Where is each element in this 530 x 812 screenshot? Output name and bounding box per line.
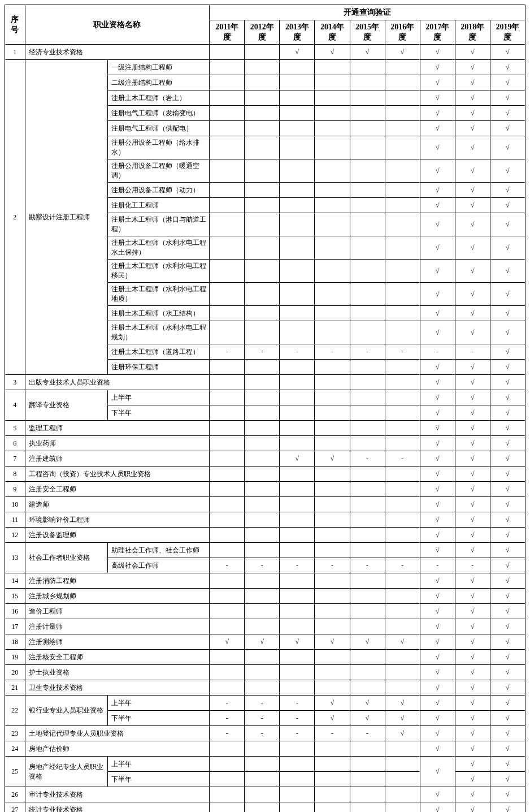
year-cell bbox=[315, 306, 350, 321]
table-row: 25房地产经纪专业人员职业资格上半年√√√ bbox=[5, 757, 525, 772]
year-cell bbox=[245, 75, 280, 90]
year-cell: √ bbox=[490, 60, 525, 75]
year-cell: √ bbox=[245, 634, 280, 650]
year-cell bbox=[280, 543, 315, 558]
year-cell bbox=[315, 497, 350, 512]
year-cell bbox=[315, 60, 350, 75]
year-cell bbox=[280, 283, 315, 306]
year-cell: √ bbox=[490, 360, 525, 375]
year-cell: √ bbox=[490, 711, 525, 726]
table-row: 21卫生专业技术资格√√√ bbox=[5, 680, 525, 696]
year-cell bbox=[315, 75, 350, 90]
year-cell bbox=[280, 321, 315, 344]
year-cell bbox=[315, 467, 350, 482]
year-cell bbox=[280, 121, 315, 136]
year-cell: √ bbox=[420, 405, 455, 421]
qualification-name: 统计专业技术资格 bbox=[25, 802, 210, 813]
year-cell: √ bbox=[420, 573, 455, 589]
year-cell: √ bbox=[420, 45, 455, 60]
qualification-name: 房地产估价师 bbox=[25, 741, 210, 757]
year-cell bbox=[280, 436, 315, 451]
year-cell bbox=[385, 528, 420, 543]
year-cell bbox=[385, 236, 420, 260]
year-cell bbox=[315, 482, 350, 497]
year-cell bbox=[385, 757, 420, 772]
year-cell bbox=[315, 321, 350, 344]
table-row: 26审计专业技术资格√√√ bbox=[5, 787, 525, 802]
year-cell: √ bbox=[420, 497, 455, 512]
year-cell bbox=[210, 106, 245, 121]
year-cell bbox=[210, 757, 245, 772]
qualification-name: 翻译专业资格 bbox=[25, 390, 108, 421]
row-index: 10 bbox=[5, 497, 25, 512]
year-cell bbox=[385, 543, 420, 558]
qualification-subname: 注册公用设备工程师（给水排水） bbox=[108, 136, 210, 159]
year-cell: √ bbox=[420, 390, 455, 405]
qualification-subname: 注册公用设备工程师（动力） bbox=[108, 183, 210, 198]
year-cell: - bbox=[245, 711, 280, 726]
year-cell: - bbox=[420, 558, 455, 573]
year-cell: √ bbox=[490, 558, 525, 573]
year-cell bbox=[315, 741, 350, 757]
year-cell: √ bbox=[490, 283, 525, 306]
year-cell: √ bbox=[315, 711, 350, 726]
year-cell: √ bbox=[455, 741, 490, 757]
year-cell bbox=[350, 543, 385, 558]
year-cell bbox=[210, 121, 245, 136]
row-index: 16 bbox=[5, 604, 25, 619]
year-cell bbox=[245, 375, 280, 390]
year-cell bbox=[385, 60, 420, 75]
year-cell: √ bbox=[455, 680, 490, 696]
table-row: 24房地产估价师√√√ bbox=[5, 741, 525, 757]
year-cell bbox=[315, 375, 350, 390]
year-cell bbox=[245, 680, 280, 696]
year-cell bbox=[315, 650, 350, 665]
year-cell: - bbox=[245, 344, 280, 360]
year-cell: √ bbox=[455, 183, 490, 198]
year-cell bbox=[385, 482, 420, 497]
year-cell bbox=[350, 772, 385, 787]
qualification-name: 勘察设计注册工程师 bbox=[25, 60, 108, 375]
year-cell: √ bbox=[490, 321, 525, 344]
year-cell: √ bbox=[420, 90, 455, 106]
year-cell bbox=[280, 772, 315, 787]
year-cell bbox=[280, 198, 315, 213]
year-cell: √ bbox=[420, 183, 455, 198]
year-cell: √ bbox=[490, 604, 525, 619]
year-cell bbox=[280, 159, 315, 183]
year-cell: √ bbox=[420, 60, 455, 75]
year-cell bbox=[385, 375, 420, 390]
year-cell bbox=[315, 680, 350, 696]
table-row: 9注册安全工程师√√√ bbox=[5, 482, 525, 497]
table-row: 20护士执业资格√√√ bbox=[5, 665, 525, 680]
year-cell bbox=[350, 650, 385, 665]
year-cell bbox=[245, 650, 280, 665]
year-cell bbox=[315, 198, 350, 213]
year-cell bbox=[245, 321, 280, 344]
year-cell: √ bbox=[280, 634, 315, 650]
qualification-subname: 注册化工工程师 bbox=[108, 198, 210, 213]
year-cell: √ bbox=[490, 589, 525, 604]
year-cell bbox=[280, 650, 315, 665]
header-year-group: 开通查询验证 bbox=[210, 5, 525, 20]
year-cell: √ bbox=[420, 283, 455, 306]
year-cell bbox=[210, 260, 245, 283]
year-cell: √ bbox=[280, 451, 315, 467]
table-row: 15注册城乡规划师√√√ bbox=[5, 589, 525, 604]
year-cell bbox=[350, 665, 385, 680]
year-cell: - bbox=[315, 344, 350, 360]
year-cell: √ bbox=[455, 696, 490, 711]
qualification-subname: 上半年 bbox=[108, 757, 210, 772]
year-cell bbox=[385, 421, 420, 436]
year-cell: √ bbox=[455, 90, 490, 106]
year-cell: √ bbox=[280, 45, 315, 60]
year-cell: √ bbox=[455, 60, 490, 75]
year-cell: √ bbox=[490, 390, 525, 405]
year-cell bbox=[315, 183, 350, 198]
qualification-name: 环境影响评价工程师 bbox=[25, 512, 210, 528]
qualification-name: 卫生专业技术资格 bbox=[25, 680, 210, 696]
row-index: 20 bbox=[5, 665, 25, 680]
year-cell: - bbox=[385, 451, 420, 467]
year-cell: - bbox=[350, 726, 385, 741]
year-cell: √ bbox=[490, 787, 525, 802]
